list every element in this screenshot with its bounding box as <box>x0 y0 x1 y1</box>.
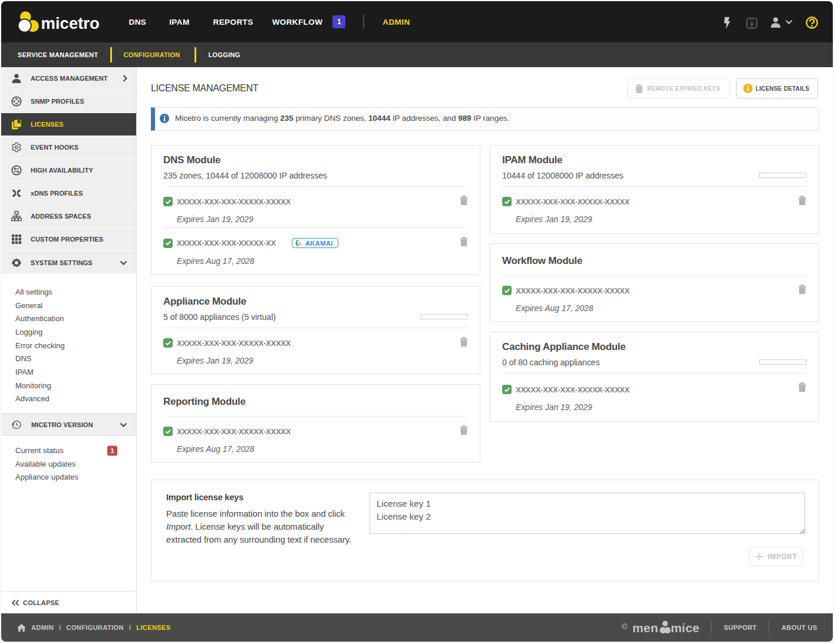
svg-text:A: A <box>298 241 302 247</box>
